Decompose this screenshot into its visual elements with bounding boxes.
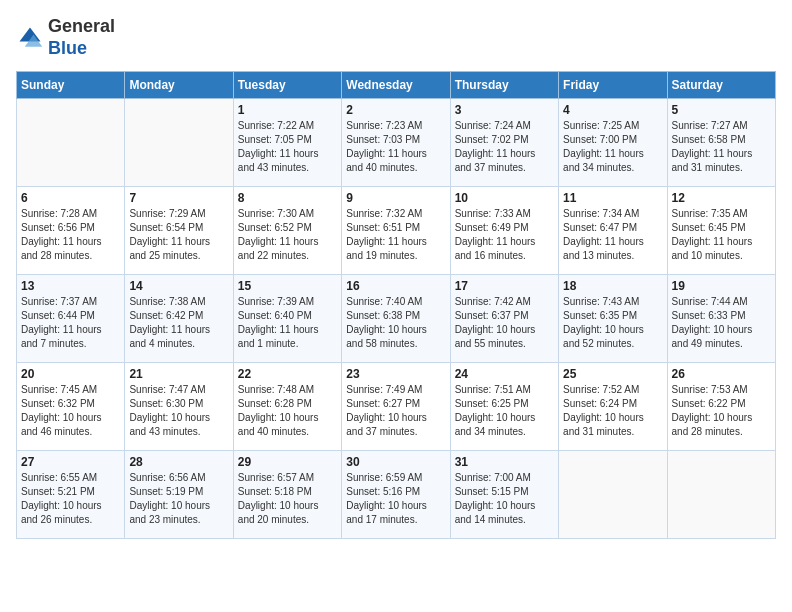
- day-info: Sunrise: 7:37 AM Sunset: 6:44 PM Dayligh…: [21, 295, 120, 351]
- day-number: 15: [238, 279, 337, 293]
- day-number: 11: [563, 191, 662, 205]
- calendar-table: SundayMondayTuesdayWednesdayThursdayFrid…: [16, 71, 776, 539]
- day-info: Sunrise: 7:47 AM Sunset: 6:30 PM Dayligh…: [129, 383, 228, 439]
- day-number: 8: [238, 191, 337, 205]
- day-number: 18: [563, 279, 662, 293]
- day-number: 17: [455, 279, 554, 293]
- calendar-cell: 30Sunrise: 6:59 AM Sunset: 5:16 PM Dayli…: [342, 451, 450, 539]
- calendar-cell: [559, 451, 667, 539]
- calendar-cell: 18Sunrise: 7:43 AM Sunset: 6:35 PM Dayli…: [559, 275, 667, 363]
- calendar-cell: 12Sunrise: 7:35 AM Sunset: 6:45 PM Dayli…: [667, 187, 775, 275]
- logo-text: General Blue: [48, 16, 115, 59]
- day-number: 12: [672, 191, 771, 205]
- day-info: Sunrise: 7:27 AM Sunset: 6:58 PM Dayligh…: [672, 119, 771, 175]
- day-info: Sunrise: 7:22 AM Sunset: 7:05 PM Dayligh…: [238, 119, 337, 175]
- calendar-cell: 21Sunrise: 7:47 AM Sunset: 6:30 PM Dayli…: [125, 363, 233, 451]
- calendar-cell: 25Sunrise: 7:52 AM Sunset: 6:24 PM Dayli…: [559, 363, 667, 451]
- header-monday: Monday: [125, 72, 233, 99]
- calendar-header-row: SundayMondayTuesdayWednesdayThursdayFrid…: [17, 72, 776, 99]
- logo: General Blue: [16, 16, 115, 59]
- calendar-cell: [17, 99, 125, 187]
- calendar-cell: 9Sunrise: 7:32 AM Sunset: 6:51 PM Daylig…: [342, 187, 450, 275]
- day-info: Sunrise: 7:35 AM Sunset: 6:45 PM Dayligh…: [672, 207, 771, 263]
- calendar-cell: 17Sunrise: 7:42 AM Sunset: 6:37 PM Dayli…: [450, 275, 558, 363]
- day-info: Sunrise: 7:51 AM Sunset: 6:25 PM Dayligh…: [455, 383, 554, 439]
- day-info: Sunrise: 7:39 AM Sunset: 6:40 PM Dayligh…: [238, 295, 337, 351]
- calendar-cell: 23Sunrise: 7:49 AM Sunset: 6:27 PM Dayli…: [342, 363, 450, 451]
- day-number: 31: [455, 455, 554, 469]
- header-saturday: Saturday: [667, 72, 775, 99]
- header-sunday: Sunday: [17, 72, 125, 99]
- calendar-cell: 8Sunrise: 7:30 AM Sunset: 6:52 PM Daylig…: [233, 187, 341, 275]
- day-number: 3: [455, 103, 554, 117]
- day-info: Sunrise: 7:00 AM Sunset: 5:15 PM Dayligh…: [455, 471, 554, 527]
- day-info: Sunrise: 6:56 AM Sunset: 5:19 PM Dayligh…: [129, 471, 228, 527]
- calendar-cell: 26Sunrise: 7:53 AM Sunset: 6:22 PM Dayli…: [667, 363, 775, 451]
- calendar-cell: 19Sunrise: 7:44 AM Sunset: 6:33 PM Dayli…: [667, 275, 775, 363]
- day-info: Sunrise: 7:28 AM Sunset: 6:56 PM Dayligh…: [21, 207, 120, 263]
- day-number: 9: [346, 191, 445, 205]
- day-number: 28: [129, 455, 228, 469]
- calendar-cell: 29Sunrise: 6:57 AM Sunset: 5:18 PM Dayli…: [233, 451, 341, 539]
- day-number: 7: [129, 191, 228, 205]
- calendar-cell: 28Sunrise: 6:56 AM Sunset: 5:19 PM Dayli…: [125, 451, 233, 539]
- day-number: 25: [563, 367, 662, 381]
- calendar-cell: 10Sunrise: 7:33 AM Sunset: 6:49 PM Dayli…: [450, 187, 558, 275]
- calendar-cell: 7Sunrise: 7:29 AM Sunset: 6:54 PM Daylig…: [125, 187, 233, 275]
- calendar-cell: 24Sunrise: 7:51 AM Sunset: 6:25 PM Dayli…: [450, 363, 558, 451]
- calendar-week-row: 20Sunrise: 7:45 AM Sunset: 6:32 PM Dayli…: [17, 363, 776, 451]
- day-info: Sunrise: 7:40 AM Sunset: 6:38 PM Dayligh…: [346, 295, 445, 351]
- day-number: 4: [563, 103, 662, 117]
- day-number: 20: [21, 367, 120, 381]
- header-wednesday: Wednesday: [342, 72, 450, 99]
- page-header: General Blue: [16, 16, 776, 59]
- calendar-cell: 4Sunrise: 7:25 AM Sunset: 7:00 PM Daylig…: [559, 99, 667, 187]
- day-info: Sunrise: 6:59 AM Sunset: 5:16 PM Dayligh…: [346, 471, 445, 527]
- day-info: Sunrise: 7:49 AM Sunset: 6:27 PM Dayligh…: [346, 383, 445, 439]
- day-number: 2: [346, 103, 445, 117]
- day-info: Sunrise: 7:33 AM Sunset: 6:49 PM Dayligh…: [455, 207, 554, 263]
- day-info: Sunrise: 7:44 AM Sunset: 6:33 PM Dayligh…: [672, 295, 771, 351]
- header-friday: Friday: [559, 72, 667, 99]
- day-number: 24: [455, 367, 554, 381]
- calendar-week-row: 6Sunrise: 7:28 AM Sunset: 6:56 PM Daylig…: [17, 187, 776, 275]
- calendar-cell: 31Sunrise: 7:00 AM Sunset: 5:15 PM Dayli…: [450, 451, 558, 539]
- day-info: Sunrise: 7:25 AM Sunset: 7:00 PM Dayligh…: [563, 119, 662, 175]
- calendar-cell: 15Sunrise: 7:39 AM Sunset: 6:40 PM Dayli…: [233, 275, 341, 363]
- calendar-cell: 27Sunrise: 6:55 AM Sunset: 5:21 PM Dayli…: [17, 451, 125, 539]
- calendar-cell: 20Sunrise: 7:45 AM Sunset: 6:32 PM Dayli…: [17, 363, 125, 451]
- day-number: 16: [346, 279, 445, 293]
- day-number: 6: [21, 191, 120, 205]
- day-info: Sunrise: 7:48 AM Sunset: 6:28 PM Dayligh…: [238, 383, 337, 439]
- header-thursday: Thursday: [450, 72, 558, 99]
- calendar-cell: 5Sunrise: 7:27 AM Sunset: 6:58 PM Daylig…: [667, 99, 775, 187]
- calendar-cell: 2Sunrise: 7:23 AM Sunset: 7:03 PM Daylig…: [342, 99, 450, 187]
- day-info: Sunrise: 6:55 AM Sunset: 5:21 PM Dayligh…: [21, 471, 120, 527]
- day-info: Sunrise: 7:23 AM Sunset: 7:03 PM Dayligh…: [346, 119, 445, 175]
- day-number: 14: [129, 279, 228, 293]
- calendar-cell: [125, 99, 233, 187]
- day-number: 23: [346, 367, 445, 381]
- day-info: Sunrise: 7:53 AM Sunset: 6:22 PM Dayligh…: [672, 383, 771, 439]
- calendar-week-row: 13Sunrise: 7:37 AM Sunset: 6:44 PM Dayli…: [17, 275, 776, 363]
- header-tuesday: Tuesday: [233, 72, 341, 99]
- calendar-cell: 11Sunrise: 7:34 AM Sunset: 6:47 PM Dayli…: [559, 187, 667, 275]
- day-info: Sunrise: 7:32 AM Sunset: 6:51 PM Dayligh…: [346, 207, 445, 263]
- day-number: 22: [238, 367, 337, 381]
- calendar-cell: 1Sunrise: 7:22 AM Sunset: 7:05 PM Daylig…: [233, 99, 341, 187]
- day-info: Sunrise: 7:34 AM Sunset: 6:47 PM Dayligh…: [563, 207, 662, 263]
- calendar-cell: 3Sunrise: 7:24 AM Sunset: 7:02 PM Daylig…: [450, 99, 558, 187]
- calendar-cell: 6Sunrise: 7:28 AM Sunset: 6:56 PM Daylig…: [17, 187, 125, 275]
- day-info: Sunrise: 7:43 AM Sunset: 6:35 PM Dayligh…: [563, 295, 662, 351]
- day-info: Sunrise: 6:57 AM Sunset: 5:18 PM Dayligh…: [238, 471, 337, 527]
- day-number: 30: [346, 455, 445, 469]
- day-number: 29: [238, 455, 337, 469]
- day-info: Sunrise: 7:42 AM Sunset: 6:37 PM Dayligh…: [455, 295, 554, 351]
- day-number: 19: [672, 279, 771, 293]
- day-number: 5: [672, 103, 771, 117]
- calendar-cell: [667, 451, 775, 539]
- day-number: 27: [21, 455, 120, 469]
- day-info: Sunrise: 7:45 AM Sunset: 6:32 PM Dayligh…: [21, 383, 120, 439]
- calendar-cell: 16Sunrise: 7:40 AM Sunset: 6:38 PM Dayli…: [342, 275, 450, 363]
- day-number: 26: [672, 367, 771, 381]
